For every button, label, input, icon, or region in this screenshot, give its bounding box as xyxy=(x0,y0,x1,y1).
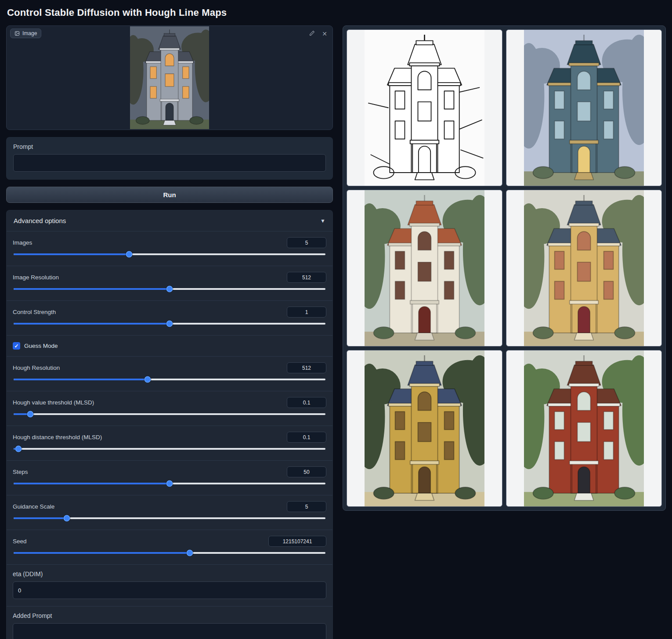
advanced-options-label: Advanced options xyxy=(14,217,66,224)
seed-slider[interactable] xyxy=(14,552,325,554)
eta-input[interactable] xyxy=(13,581,326,599)
added-prompt-label: Added Prompt xyxy=(13,612,326,619)
slider-fill xyxy=(14,253,129,255)
prompt-panel: Prompt xyxy=(6,137,333,180)
hough-resolution-label: Hough Resolution xyxy=(13,365,60,371)
image-resolution-slider[interactable] xyxy=(14,288,325,290)
generated-house-image-4 xyxy=(365,350,484,506)
slider-handle[interactable] xyxy=(27,411,34,418)
generated-house-image-5 xyxy=(524,350,644,506)
slider-fill xyxy=(14,323,170,325)
hough-resolution-slider[interactable] xyxy=(14,379,325,380)
seed-label: Seed xyxy=(13,538,27,545)
control-strength-slider[interactable] xyxy=(14,323,325,325)
hough-value-threshold-value-input[interactable] xyxy=(287,397,326,408)
steps-value-input[interactable] xyxy=(287,466,326,477)
image-resolution-value-input[interactable] xyxy=(287,272,326,283)
hough-distance-threshold-row: Hough distance threshold (MLSD) xyxy=(7,426,332,460)
gallery-item-result-3[interactable] xyxy=(506,190,662,347)
slider-fill xyxy=(14,552,190,554)
image-label-badge: Image xyxy=(10,29,41,38)
slider-handle[interactable] xyxy=(166,286,173,292)
gallery-item-result-1[interactable] xyxy=(506,29,662,186)
result-gallery xyxy=(343,25,666,511)
eta-row: eta (DDIM) xyxy=(7,564,332,606)
generated-house-image-1 xyxy=(524,30,644,186)
slider-handle[interactable] xyxy=(126,251,132,258)
pencil-icon xyxy=(309,30,315,36)
slider-handle[interactable] xyxy=(63,515,70,522)
steps-row: Steps xyxy=(7,460,332,495)
hough-distance-threshold-slider[interactable] xyxy=(14,448,325,450)
images-row: Images xyxy=(7,231,332,266)
seed-value-input[interactable] xyxy=(268,536,326,547)
uploaded-image-preview xyxy=(130,26,209,129)
image-label: Image xyxy=(22,30,37,36)
clear-image-button[interactable]: ✕ xyxy=(321,29,328,38)
guidance-scale-slider[interactable] xyxy=(14,517,325,519)
slider-fill xyxy=(14,288,170,290)
advanced-options-panel: Advanced options ▼ Images xyxy=(6,210,333,639)
hough-value-threshold-slider[interactable] xyxy=(14,413,325,415)
prompt-input[interactable] xyxy=(13,154,326,172)
gallery-item-hough-map[interactable] xyxy=(347,29,502,186)
hough-line-map-image xyxy=(365,30,484,186)
gallery-item-result-5[interactable] xyxy=(506,350,662,507)
images-slider[interactable] xyxy=(14,253,325,255)
app-page: Control Stable Diffusion with Hough Line… xyxy=(0,0,672,639)
chevron-down-icon: ▼ xyxy=(320,218,325,224)
slider-fill xyxy=(14,379,148,380)
gallery-item-result-2[interactable] xyxy=(347,190,502,347)
slider-handle[interactable] xyxy=(145,376,151,383)
control-strength-row: Control Strength xyxy=(7,300,332,335)
edit-image-button[interactable] xyxy=(308,29,316,38)
guidance-scale-label: Guidance Scale xyxy=(13,503,54,510)
hough-value-threshold-row: Hough value threshold (MLSD) xyxy=(7,391,332,426)
prompt-label: Prompt xyxy=(13,143,326,150)
slider-fill xyxy=(14,517,67,519)
added-prompt-row: Added Prompt xyxy=(7,606,332,639)
image-resolution-label: Image Resolution xyxy=(13,274,59,281)
image-upload-panel[interactable]: Image ✕ xyxy=(6,25,333,130)
hough-value-threshold-label: Hough value threshold (MLSD) xyxy=(13,399,94,406)
slider-handle[interactable] xyxy=(166,321,173,327)
control-strength-value-input[interactable] xyxy=(287,307,326,318)
hough-resolution-row: Hough Resolution xyxy=(7,356,332,391)
seed-row: Seed xyxy=(7,530,332,564)
checkbox-check-icon: ✓ xyxy=(13,342,20,350)
images-value-input[interactable] xyxy=(287,237,326,248)
images-label: Images xyxy=(13,239,32,246)
image-icon xyxy=(14,31,20,36)
guidance-scale-row: Guidance Scale xyxy=(7,495,332,530)
steps-label: Steps xyxy=(13,469,28,475)
advanced-options-accordion[interactable]: Advanced options ▼ xyxy=(7,210,332,231)
page-title: Control Stable Diffusion with Hough Line… xyxy=(7,7,666,18)
control-strength-label: Control Strength xyxy=(13,309,56,315)
generated-house-image-2 xyxy=(365,190,484,346)
slider-fill xyxy=(14,483,170,484)
uploaded-house-photo xyxy=(130,26,209,129)
slider-handle[interactable] xyxy=(187,550,193,556)
image-resolution-row: Image Resolution xyxy=(7,266,332,300)
run-button[interactable]: Run xyxy=(6,187,333,203)
added-prompt-input[interactable] xyxy=(13,623,326,639)
slider-handle[interactable] xyxy=(166,480,173,487)
eta-label: eta (DDIM) xyxy=(13,570,326,578)
hough-resolution-value-input[interactable] xyxy=(287,362,326,373)
close-icon: ✕ xyxy=(322,30,327,37)
guess-mode-checkbox[interactable]: ✓ Guess Mode xyxy=(7,335,332,356)
guidance-scale-value-input[interactable] xyxy=(287,501,326,512)
slider-handle[interactable] xyxy=(15,446,22,452)
guess-mode-label: Guess Mode xyxy=(24,343,58,349)
gallery-item-result-4[interactable] xyxy=(347,350,502,507)
hough-distance-threshold-label: Hough distance threshold (MLSD) xyxy=(13,434,102,440)
steps-slider[interactable] xyxy=(14,483,325,484)
hough-distance-threshold-value-input[interactable] xyxy=(287,432,326,443)
generated-house-image-3 xyxy=(524,190,644,346)
